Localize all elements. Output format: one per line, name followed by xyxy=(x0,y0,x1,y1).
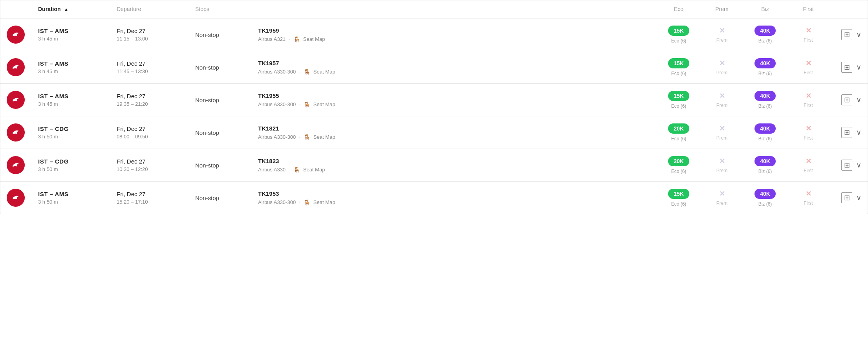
route-name: IST – AMS xyxy=(38,191,117,197)
expand-button[interactable]: ∨ xyxy=(856,96,861,104)
flight-meta: Airbus A330-300 · 🪑 Seat Map xyxy=(258,101,657,108)
eco-cell[interactable]: 15K Eco (6) xyxy=(657,58,700,76)
departure-date: Fri, Dec 27 xyxy=(117,191,195,197)
departure-info: Fri, Dec 27 11:15 – 13:00 xyxy=(117,28,195,42)
departure-date: Fri, Dec 27 xyxy=(117,125,195,132)
add-button[interactable]: ⊞ xyxy=(841,127,852,138)
prem-label: Prem xyxy=(716,103,728,108)
biz-cell[interactable]: 40K Biz (6) xyxy=(743,58,787,76)
seat-icon: 🪑 xyxy=(304,69,310,75)
first-cell: ✕ First xyxy=(787,157,830,173)
seat-map-link[interactable]: Seat Map xyxy=(303,36,325,42)
svg-point-5 xyxy=(13,99,15,101)
eco-label: Eco (6) xyxy=(671,136,687,142)
first-cell: ✕ First xyxy=(787,26,830,43)
route-info: IST – CDG 3 h 50 m xyxy=(38,125,117,140)
departure-time: 11:15 – 13:00 xyxy=(117,36,195,42)
table-row: IST – CDG 3 h 50 m Fri, Dec 27 08:00 – 0… xyxy=(0,116,868,149)
seat-map-link[interactable]: Seat Map xyxy=(303,167,325,173)
seat-map-link[interactable]: Seat Map xyxy=(313,69,335,75)
actions-cell: ⊞ ∨ xyxy=(830,62,861,73)
expand-button[interactable]: ∨ xyxy=(856,161,861,169)
first-label: First xyxy=(804,135,813,141)
eco-cell[interactable]: 20K Eco (6) xyxy=(657,156,700,174)
departure-date: Fri, Dec 27 xyxy=(117,158,195,165)
route-name: IST – CDG xyxy=(38,158,117,165)
add-button[interactable]: ⊞ xyxy=(841,160,852,171)
prem-label: Prem xyxy=(716,135,728,141)
flight-number: TK1953 xyxy=(258,190,657,197)
route-duration: 3 h 45 m xyxy=(38,36,117,42)
prem-unavailable-icon: ✕ xyxy=(719,26,725,35)
departure-time: 10:30 – 12:20 xyxy=(117,166,195,172)
expand-button[interactable]: ∨ xyxy=(856,30,861,39)
svg-point-1 xyxy=(13,34,15,36)
seat-map-link[interactable]: Seat Map xyxy=(313,134,335,140)
first-unavailable-icon: ✕ xyxy=(806,189,811,198)
first-label: First xyxy=(804,168,813,173)
prem-cell: ✕ Prem xyxy=(700,26,743,43)
eco-price-badge: 15K xyxy=(668,58,689,68)
add-button[interactable]: ⊞ xyxy=(841,192,852,203)
header-stops[interactable]: Stops xyxy=(195,6,258,12)
route-name: IST – CDG xyxy=(38,125,117,132)
add-button[interactable]: ⊞ xyxy=(841,62,852,73)
header-departure[interactable]: Departure xyxy=(117,6,195,12)
expand-button[interactable]: ∨ xyxy=(856,193,861,202)
biz-cell[interactable]: 40K Biz (6) xyxy=(743,26,787,44)
eco-label: Eco (6) xyxy=(671,103,687,109)
actions-cell: ⊞ ∨ xyxy=(830,94,861,105)
departure-time: 11:45 – 13:30 xyxy=(117,68,195,74)
flight-number: TK1959 xyxy=(258,27,657,34)
first-unavailable-icon: ✕ xyxy=(806,157,811,165)
airline-logo xyxy=(7,123,38,142)
prem-cell: ✕ Prem xyxy=(700,92,743,108)
route-duration: 3 h 50 m xyxy=(38,134,117,140)
flight-meta: Airbus A330-300 · 🪑 Seat Map xyxy=(258,69,657,75)
flight-number: TK1957 xyxy=(258,60,657,66)
add-button[interactable]: ⊞ xyxy=(841,94,852,105)
first-unavailable-icon: ✕ xyxy=(806,124,811,133)
add-button[interactable]: ⊞ xyxy=(841,29,852,40)
route-duration: 3 h 50 m xyxy=(38,199,117,205)
flight-details: TK1957 Airbus A330-300 · 🪑 Seat Map xyxy=(258,60,657,75)
first-cell: ✕ First xyxy=(787,92,830,108)
airline-logo xyxy=(7,156,38,174)
eco-cell[interactable]: 15K Eco (6) xyxy=(657,189,700,207)
biz-cell[interactable]: 40K Biz (6) xyxy=(743,91,787,109)
flight-meta: Airbus A330-300 · 🪑 Seat Map xyxy=(258,134,657,140)
first-cell: ✕ First xyxy=(787,59,830,75)
header-duration[interactable]: Duration ▲ xyxy=(38,6,117,12)
dot-separator: · xyxy=(289,167,290,173)
eco-cell[interactable]: 20K Eco (6) xyxy=(657,123,700,142)
biz-cell[interactable]: 40K Biz (6) xyxy=(743,156,787,174)
seat-map-link[interactable]: Seat Map xyxy=(313,101,335,107)
route-info: IST – CDG 3 h 50 m xyxy=(38,158,117,172)
prem-unavailable-icon: ✕ xyxy=(719,59,725,68)
prem-label: Prem xyxy=(716,37,728,43)
svg-point-3 xyxy=(13,67,15,69)
expand-button[interactable]: ∨ xyxy=(856,128,861,137)
header-prem: Prem xyxy=(700,6,743,12)
prem-cell: ✕ Prem xyxy=(700,59,743,75)
eco-cell[interactable]: 15K Eco (6) xyxy=(657,91,700,109)
header-first: First xyxy=(787,6,830,12)
first-unavailable-icon: ✕ xyxy=(806,59,811,68)
dot-separator: · xyxy=(299,134,300,140)
biz-cell[interactable]: 40K Biz (6) xyxy=(743,123,787,142)
departure-time: 19:35 – 21:20 xyxy=(117,101,195,107)
biz-price-badge: 40K xyxy=(754,91,776,101)
expand-button[interactable]: ∨ xyxy=(856,63,861,72)
departure-info: Fri, Dec 27 15:20 – 17:10 xyxy=(117,191,195,205)
biz-cell[interactable]: 40K Biz (6) xyxy=(743,189,787,207)
first-label: First xyxy=(804,70,813,75)
prem-label: Prem xyxy=(716,200,728,206)
eco-label: Eco (6) xyxy=(671,201,687,207)
departure-time: 15:20 – 17:10 xyxy=(117,199,195,205)
flight-details: TK1959 Airbus A321 · 🪑 Seat Map xyxy=(258,27,657,42)
flight-details: TK1955 Airbus A330-300 · 🪑 Seat Map xyxy=(258,92,657,108)
aircraft-type: Airbus A330-300 xyxy=(258,69,296,75)
eco-cell[interactable]: 15K Eco (6) xyxy=(657,26,700,44)
seat-map-link[interactable]: Seat Map xyxy=(313,199,335,205)
sort-arrow-icon: ▲ xyxy=(64,7,68,12)
